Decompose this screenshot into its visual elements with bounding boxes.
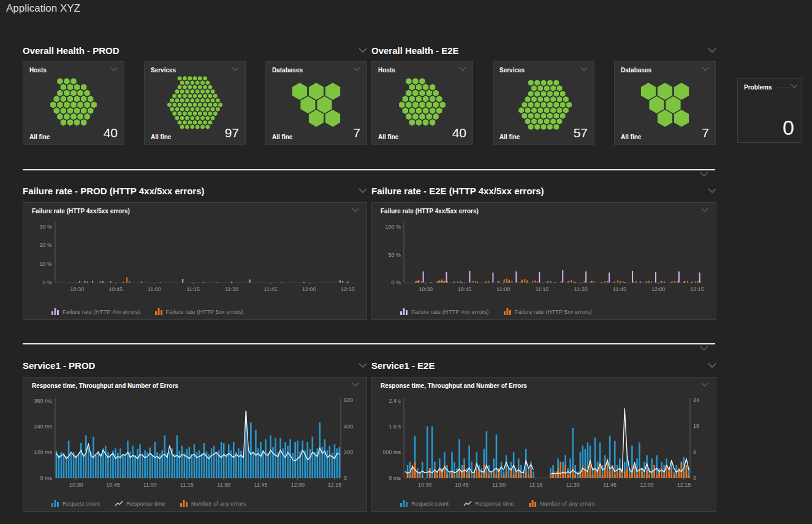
health-tile-services-e2e[interactable]: Services All fine 57 bbox=[493, 61, 594, 145]
health-tile-hosts-e2e[interactable]: Hosts All fine 40 bbox=[371, 61, 473, 145]
entity-count: 40 bbox=[452, 126, 466, 140]
chevron-down-icon[interactable] bbox=[359, 188, 367, 193]
svg-text:11:15: 11:15 bbox=[536, 286, 549, 292]
health-tile-services-prod[interactable]: Services All fine 97 bbox=[144, 61, 246, 145]
legend-item[interactable]: Request count bbox=[51, 500, 100, 507]
tile-title: Services bbox=[499, 67, 525, 74]
legend-item[interactable]: Failure rate (HTTP 5xx errors) bbox=[155, 308, 244, 315]
chevron-down-icon[interactable] bbox=[110, 67, 118, 71]
svg-text:11:15: 11:15 bbox=[180, 482, 194, 488]
svg-text:12:00: 12:00 bbox=[640, 482, 654, 488]
svg-text:11:45: 11:45 bbox=[613, 286, 626, 292]
problems-count: 0 bbox=[783, 116, 794, 140]
chevron-down-icon[interactable] bbox=[708, 363, 716, 368]
legend-label: Request count bbox=[63, 500, 100, 507]
svg-text:11:15: 11:15 bbox=[186, 286, 200, 292]
status-label: All fine bbox=[621, 134, 641, 140]
chevron-down-icon[interactable] bbox=[352, 208, 359, 212]
status-label: All fine bbox=[151, 134, 171, 140]
service1-e2e-tile[interactable]: Response time, Throughput and Number of … bbox=[371, 377, 716, 512]
chart-title: Failure rate (HTTP 4xx/5xx errors) bbox=[32, 208, 130, 215]
legend-item[interactable]: Number of any errors bbox=[180, 500, 246, 507]
problems-tile[interactable]: Problems 0 bbox=[737, 78, 802, 143]
failure-rate-e2e-tile[interactable]: Failure rate (HTTP 4xx/5xx errors) 100 %… bbox=[371, 202, 716, 320]
health-tile-databases-e2e[interactable]: Databases All fine 7 bbox=[614, 61, 716, 145]
chevron-down-icon[interactable] bbox=[359, 363, 367, 368]
legend-item[interactable]: Response time bbox=[463, 500, 514, 507]
legend-item[interactable]: Failure rate (HTTP 4xx errors) bbox=[400, 308, 489, 315]
svg-text:0 ms: 0 ms bbox=[389, 475, 401, 481]
tile-title: Services bbox=[151, 67, 176, 74]
legend-label: Number of any errors bbox=[191, 500, 246, 507]
svg-text:10:30: 10:30 bbox=[418, 482, 432, 488]
svg-text:0 %: 0 % bbox=[42, 279, 52, 286]
chevron-down-icon[interactable] bbox=[791, 84, 798, 88]
bar-chart-icon bbox=[400, 308, 408, 315]
tile-title: Databases bbox=[272, 67, 303, 74]
svg-text:0: 0 bbox=[344, 475, 347, 481]
svg-text:600: 600 bbox=[344, 397, 353, 403]
chevron-down-icon[interactable] bbox=[232, 67, 239, 71]
svg-text:200: 200 bbox=[344, 449, 353, 455]
chevron-down-icon[interactable] bbox=[700, 346, 708, 351]
svg-text:0 ms: 0 ms bbox=[40, 475, 52, 481]
bar-chart-icon bbox=[155, 308, 163, 315]
svg-text:10:45: 10:45 bbox=[455, 482, 469, 488]
legend-item[interactable]: Response time bbox=[115, 500, 165, 507]
failure-rate-prod-chart[interactable]: 30 %20 %10 %0 %10:3010:4511:0011:1511:30… bbox=[28, 219, 362, 303]
bar-chart-icon bbox=[51, 500, 59, 507]
svg-text:11:30: 11:30 bbox=[217, 482, 230, 488]
chevron-down-icon[interactable] bbox=[700, 172, 708, 177]
failure-rate-prod-tile[interactable]: Failure rate (HTTP 4xx/5xx errors) 30 %2… bbox=[23, 202, 367, 320]
svg-text:360 ms: 360 ms bbox=[34, 398, 52, 404]
chevron-down-icon[interactable] bbox=[352, 382, 359, 387]
chart-legend: Request count Response time Number of an… bbox=[51, 500, 246, 507]
tile-title: Databases bbox=[621, 67, 651, 74]
chevron-down-icon[interactable] bbox=[701, 382, 708, 387]
svg-text:10:45: 10:45 bbox=[109, 286, 123, 292]
chevron-down-icon[interactable] bbox=[708, 188, 716, 193]
service1-e2e-chart[interactable]: 2.4 s1.6 s800 ms0 ms24168010:3010:4511:0… bbox=[377, 393, 711, 496]
service1-prod-chart[interactable]: 360 ms240 ms120 ms0 ms600400200010:3010:… bbox=[28, 393, 362, 496]
service1-prod-tile[interactable]: Response time, Throughput and Number of … bbox=[23, 377, 367, 512]
chevron-down-icon[interactable] bbox=[701, 208, 708, 212]
line-chart-icon bbox=[115, 501, 123, 507]
chevron-down-icon[interactable] bbox=[359, 48, 367, 53]
chevron-down-icon[interactable] bbox=[702, 67, 709, 71]
svg-text:11:30: 11:30 bbox=[566, 482, 580, 488]
section-header-service1-prod: Service1 - PROD bbox=[23, 359, 367, 371]
legend-item[interactable]: Failure rate (HTTP 5xx errors) bbox=[504, 308, 593, 315]
status-label: All fine bbox=[499, 134, 520, 140]
section-header-overall-health-prod: Overall Health - PROD bbox=[23, 44, 367, 56]
legend-label: Number of any errors bbox=[540, 500, 595, 507]
svg-text:12:00: 12:00 bbox=[651, 286, 666, 292]
svg-text:11:15: 11:15 bbox=[529, 482, 542, 488]
svg-text:11:30: 11:30 bbox=[574, 286, 588, 292]
svg-text:240 ms: 240 ms bbox=[34, 423, 52, 430]
entity-count: 97 bbox=[225, 126, 239, 140]
chevron-down-icon[interactable] bbox=[353, 67, 360, 71]
entity-count: 7 bbox=[353, 126, 360, 140]
svg-text:11:00: 11:00 bbox=[492, 482, 506, 488]
legend-label: Failure rate (HTTP 5xx errors) bbox=[166, 308, 244, 315]
failure-rate-e2e-chart[interactable]: 100 %50 %0 %10:3010:4511:0011:1511:3011:… bbox=[377, 219, 711, 303]
svg-text:12:15: 12:15 bbox=[328, 482, 342, 488]
bar-chart-icon bbox=[51, 308, 59, 315]
chevron-down-icon[interactable] bbox=[580, 67, 588, 71]
chart-legend: Failure rate (HTTP 4xx errors) Failure r… bbox=[51, 308, 243, 315]
legend-item[interactable]: Request count bbox=[400, 500, 449, 507]
health-tile-hosts-prod[interactable]: Hosts All fine 40 bbox=[23, 61, 124, 145]
status-label: All fine bbox=[378, 134, 398, 140]
svg-text:400: 400 bbox=[344, 423, 353, 430]
problems-sparkline bbox=[777, 88, 791, 88]
section-header-failure-rate-e2e: Failure rate - E2E (HTTP 4xx/5xx errors) bbox=[371, 184, 716, 197]
legend-label: Failure rate (HTTP 5xx errors) bbox=[515, 308, 593, 315]
legend-label: Response time bbox=[475, 500, 514, 507]
section-header-failure-rate-prod: Failure rate - PROD (HTTP 4xx/5xx errors… bbox=[23, 184, 367, 197]
legend-item[interactable]: Number of any errors bbox=[529, 500, 595, 507]
chevron-down-icon[interactable] bbox=[459, 67, 466, 71]
health-tile-databases-prod[interactable]: Databases All fine 7 bbox=[265, 61, 367, 145]
legend-item[interactable]: Failure rate (HTTP 4xx errors) bbox=[51, 308, 140, 315]
chevron-down-icon[interactable] bbox=[708, 48, 716, 53]
bar-chart-icon bbox=[400, 500, 408, 507]
